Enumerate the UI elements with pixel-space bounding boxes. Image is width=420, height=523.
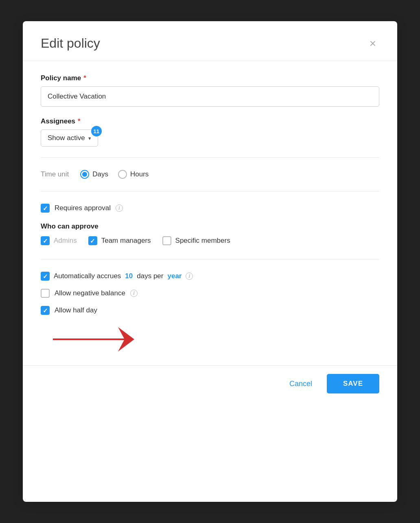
requires-approval-info-icon[interactable]: i	[116, 204, 123, 212]
auto-accrues-checkbox[interactable]: ✓	[41, 272, 50, 281]
approve-checkboxes: ✓ Admins ✓ Team managers Specific member…	[41, 236, 379, 245]
radio-days-circle	[80, 170, 89, 179]
close-button[interactable]: ×	[366, 36, 379, 51]
allow-negative-balance-info-icon[interactable]: i	[130, 290, 138, 297]
policy-name-label: Policy name *	[41, 74, 379, 82]
auto-accrues-label-before: Automatically accrues	[54, 272, 121, 280]
approve-specific-members-label: Specific members	[175, 237, 230, 245]
assignees-btn-label: Show active	[48, 134, 85, 142]
allow-half-day-row: ✓ Allow half day	[41, 302, 379, 319]
allow-negative-balance-label: Allow negative balance	[55, 289, 125, 297]
assignees-label: Assignees *	[41, 117, 379, 125]
assignees-required-star: *	[78, 117, 81, 125]
requires-approval-row: ✓ Requires approval i	[41, 200, 379, 217]
divider-2	[41, 191, 379, 191]
modal-footer: Cancel SAVE	[23, 365, 397, 408]
auto-accrues-period[interactable]: year	[167, 272, 182, 280]
radio-hours-circle	[118, 170, 127, 179]
radio-days-label: Days	[92, 170, 108, 178]
approve-admins-option: ✓ Admins	[41, 236, 77, 245]
auto-accrues-label-mid: days per	[137, 272, 163, 280]
time-unit-radio-group: Days Hours	[80, 170, 149, 179]
radio-days[interactable]: Days	[80, 170, 108, 179]
modal-title: Edit policy	[41, 36, 100, 51]
auto-accrues-number[interactable]: 10	[125, 272, 133, 280]
chevron-down-icon: ▾	[88, 135, 91, 141]
who-can-approve-section: Who can approve ✓ Admins ✓ Team managers	[41, 217, 379, 251]
requires-approval-checkbox[interactable]: ✓	[41, 204, 50, 213]
radio-hours[interactable]: Hours	[118, 170, 149, 179]
divider-3	[41, 259, 379, 259]
assignees-dropdown-button[interactable]: Show active ▾ 11	[41, 130, 98, 147]
svg-marker-0	[53, 327, 134, 352]
auto-accrues-checkmark-icon: ✓	[43, 273, 48, 279]
save-button[interactable]: SAVE	[327, 374, 379, 393]
allow-half-day-checkbox[interactable]: ✓	[41, 306, 50, 315]
approve-team-managers-label: Team managers	[101, 237, 151, 245]
approve-team-managers-checkbox[interactable]: ✓	[88, 236, 97, 245]
modal-body: Policy name * Assignees * Show active ▾ …	[23, 61, 397, 365]
admins-checkmark-icon: ✓	[43, 238, 48, 244]
modal-dialog: Edit policy × Policy name * Assignees * …	[23, 21, 397, 502]
approve-specific-members-checkbox[interactable]	[162, 236, 171, 245]
arrow-indicator	[41, 323, 379, 356]
time-unit-label: Time unit	[41, 170, 69, 178]
approve-team-managers-option: ✓ Team managers	[88, 236, 151, 245]
allow-negative-balance-checkbox[interactable]	[41, 289, 50, 298]
cancel-button[interactable]: Cancel	[283, 376, 319, 392]
approve-admins-checkbox[interactable]: ✓	[41, 236, 50, 245]
team-managers-checkmark-icon: ✓	[90, 238, 95, 244]
approve-admins-label: Admins	[54, 237, 77, 245]
divider-1	[41, 157, 379, 158]
assignees-badge: 11	[91, 126, 102, 136]
assignees-group: Assignees * Show active ▾ 11	[41, 117, 379, 147]
modal-header: Edit policy ×	[23, 21, 397, 61]
red-arrow-icon	[53, 323, 134, 356]
allow-half-day-label: Allow half day	[55, 306, 97, 314]
auto-accrues-info-icon[interactable]: i	[186, 272, 193, 280]
policy-name-input[interactable]	[41, 86, 379, 107]
time-unit-row: Time unit Days Hours	[41, 166, 379, 183]
approve-specific-members-option: Specific members	[162, 236, 230, 245]
required-star: *	[83, 74, 86, 82]
checkmark-icon: ✓	[43, 205, 48, 211]
who-can-approve-label: Who can approve	[41, 222, 379, 231]
allow-negative-balance-row: Allow negative balance i	[41, 285, 379, 302]
policy-name-group: Policy name *	[41, 74, 379, 107]
radio-hours-label: Hours	[130, 170, 149, 178]
auto-accrues-row: ✓ Automatically accrues 10 days per year…	[41, 268, 379, 285]
requires-approval-label: Requires approval	[55, 204, 111, 212]
half-day-checkmark-icon: ✓	[43, 308, 48, 314]
